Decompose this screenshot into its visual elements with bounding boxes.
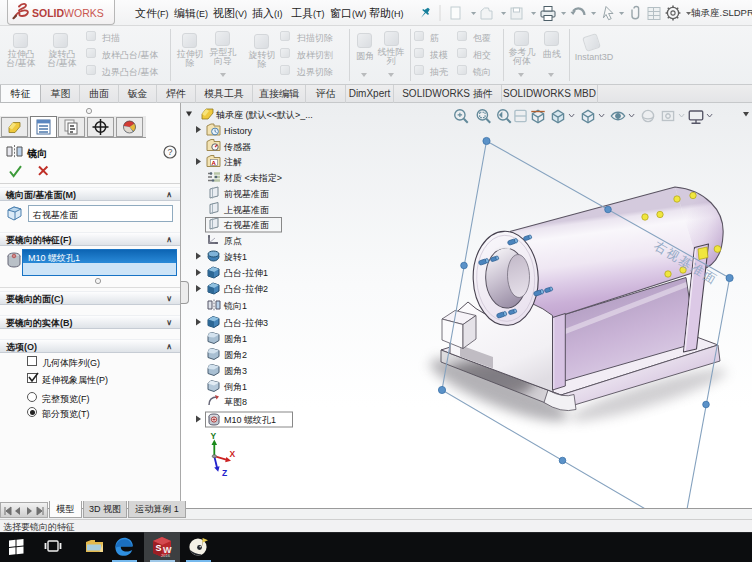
svg-text:History: History (224, 126, 253, 136)
svg-text:凸台-拉伸3: 凸台-拉伸3 (224, 318, 268, 328)
svg-text:圆角3: 圆角3 (224, 366, 247, 376)
svg-text:2016: 2016 (161, 553, 171, 558)
svg-text:注解: 注解 (224, 157, 242, 167)
svg-text:Y: Y (211, 431, 217, 441)
svg-text:倒角1: 倒角1 (223, 382, 247, 392)
svg-text:材质 <未指定>: 材质 <未指定> (223, 173, 282, 183)
svg-text:镜向1: 镜向1 (223, 301, 247, 311)
svg-text:右视基准面: 右视基准面 (223, 220, 269, 230)
svg-text:上视基准面: 上视基准面 (224, 205, 269, 215)
svg-text:传感器: 传感器 (223, 142, 251, 152)
svg-text:草图8: 草图8 (224, 397, 247, 407)
svg-text:圆角1: 圆角1 (224, 334, 247, 344)
svg-text:轴承座 (默认<<默认>_...: 轴承座 (默认<<默认>_... (216, 110, 313, 120)
svg-text:凸台-拉伸2: 凸台-拉伸2 (224, 284, 268, 294)
svg-text:X: X (230, 449, 236, 459)
svg-text:A: A (212, 160, 217, 166)
svg-text:?: ? (167, 147, 172, 157)
svg-text:Z: Z (222, 468, 227, 478)
svg-text:圆角2: 圆角2 (224, 350, 247, 360)
svg-text:S: S (156, 543, 162, 553)
svg-text:M10 螺纹孔1: M10 螺纹孔1 (224, 415, 276, 425)
svg-text:凸台-拉伸1: 凸台-拉伸1 (224, 268, 268, 278)
svg-text:原点: 原点 (224, 236, 242, 246)
svg-text:SOLIDWORKS: SOLIDWORKS (32, 7, 104, 19)
svg-text:前视基准面: 前视基准面 (224, 189, 269, 199)
svg-text:旋转1: 旋转1 (224, 252, 247, 262)
